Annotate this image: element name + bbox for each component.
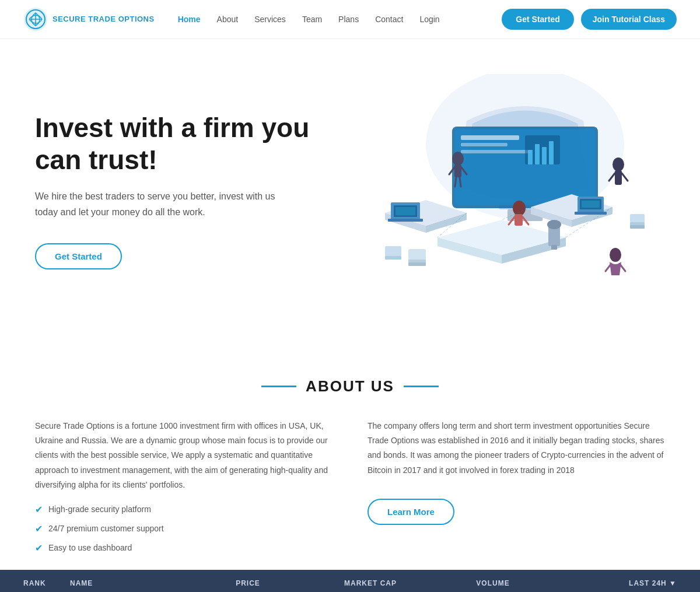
svg-rect-16 [549,141,554,164]
logo-icon [23,7,48,31]
hero-content: Invest with a firm you can trust! We hir… [35,112,338,269]
nav-link-team[interactable]: Team [302,15,322,24]
learn-more-button[interactable]: Learn More [368,499,454,525]
feature-item-3: ✔ Easy to use dashboard [35,542,332,554]
svg-rect-56 [408,262,426,266]
feature-label-1: High-grade security platform [48,505,151,514]
hero-section: Invest with a firm you can trust! We hir… [0,39,700,342]
ticker-last24h-header: LAST 24H ▼ [554,579,677,587]
svg-rect-64 [385,256,401,260]
svg-rect-10 [461,143,508,146]
svg-rect-27 [388,219,423,222]
svg-point-44 [612,157,624,171]
check-icon-1: ✔ [35,504,43,515]
svg-rect-63 [385,246,401,257]
svg-line-47 [622,173,628,181]
hero-illustration [350,74,653,307]
about-left-text: Secure Trade Options is a fortune 1000 i… [35,419,332,492]
svg-line-38 [455,177,456,187]
svg-rect-11 [461,150,531,153]
hero-cta-button[interactable]: Get Started [35,243,122,269]
about-right-text: The company offers long term and short t… [368,419,665,478]
svg-point-40 [513,201,526,216]
section-line-left [261,386,296,387]
hero-title: Invest with a firm you can trust! [35,112,338,176]
nav-link-home[interactable]: Home [178,15,201,24]
ticker-marketcap-header: MARKET CAP [309,579,432,587]
nav-link-plans[interactable]: Plans [338,15,359,24]
ticker-bar: RANK NAME PRICE MARKET CAP VOLUME LAST 2… [0,570,700,592]
ticker-rank-header: RANK [23,579,70,587]
check-icon-3: ✔ [35,542,43,554]
ticker-name-header: NAME [70,579,187,587]
logo-text: SeCure Trade options [52,15,155,24]
svg-rect-13 [528,150,533,164]
section-title-row: ABOUT US [35,377,665,395]
ticker-volume-header: VOLUME [432,579,554,587]
svg-rect-29 [396,207,415,215]
svg-point-34 [452,152,464,166]
svg-rect-60 [630,214,645,223]
logo-area: SeCure Trade options [23,7,155,31]
about-content: Secure Trade Options is a fortune 1000 i… [35,419,665,562]
feature-list: ✔ High-grade security platform ✔ 24/7 pr… [35,504,332,554]
svg-point-48 [610,248,621,262]
about-section: ABOUT US Secure Trade Options is a fortu… [0,342,700,592]
svg-rect-33 [582,201,600,208]
hero-subtitle: We hire the best traders to serve you be… [35,188,298,220]
join-tutorial-button[interactable]: Join Tutorial Class [581,9,677,30]
section-line-right [404,386,439,387]
svg-rect-45 [615,170,622,185]
svg-point-58 [547,220,561,229]
feature-label-3: Easy to use dashboard [48,543,132,552]
svg-rect-59 [551,245,557,250]
svg-rect-14 [535,144,540,164]
section-title: ABOUT US [306,377,394,395]
feature-label-2: 24/7 premium customer support [48,524,164,533]
svg-rect-35 [454,164,461,177]
svg-line-39 [460,177,461,187]
about-right: The company offers long term and short t… [368,419,665,562]
page-wrapper: SeCure Trade options Home About Services… [0,0,700,592]
nav-link-services[interactable]: Services [254,15,286,24]
svg-rect-62 [630,225,645,229]
nav-buttons: Get Started Join Tutorial Class [502,9,677,30]
feature-item-1: ✔ High-grade security platform [35,504,332,515]
nav-link-contact[interactable]: Contact [375,15,403,24]
get-started-button[interactable]: Get Started [502,9,573,30]
svg-rect-9 [461,135,519,140]
feature-item-2: ✔ 24/7 premium customer support [35,523,332,534]
nav-link-about[interactable]: About [217,15,239,24]
nav-link-login[interactable]: Login [419,15,439,24]
hero-image [338,74,665,307]
navbar: SeCure Trade options Home About Services… [0,0,700,39]
ticker-price-header: PRICE [187,579,309,587]
about-left: Secure Trade Options is a fortune 1000 i… [35,419,332,562]
svg-rect-15 [542,147,547,164]
svg-rect-41 [514,214,523,226]
svg-rect-54 [408,249,426,261]
check-icon-2: ✔ [35,523,43,534]
nav-links: Home About Services Team Plans Contact L… [178,15,502,24]
